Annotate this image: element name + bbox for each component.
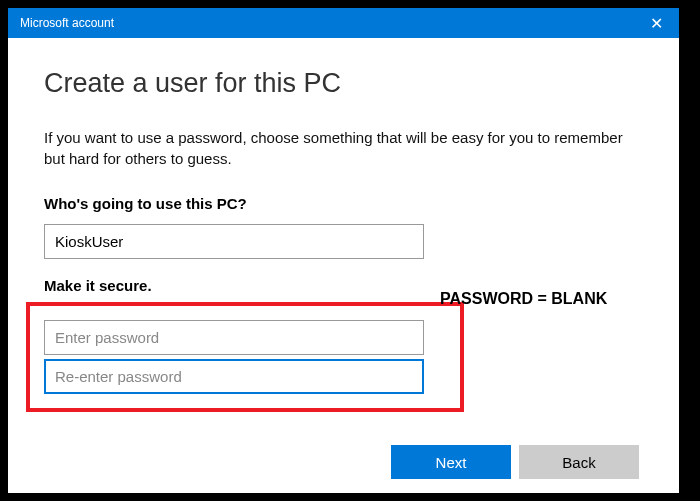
password-highlight-box bbox=[26, 302, 464, 412]
close-button[interactable]: ✕ bbox=[633, 8, 679, 38]
username-label: Who's going to use this PC? bbox=[44, 195, 643, 212]
button-row: Next Back bbox=[8, 445, 679, 479]
window-title: Microsoft account bbox=[20, 16, 114, 30]
page-title: Create a user for this PC bbox=[44, 68, 643, 99]
title-bar: Microsoft account ✕ bbox=[8, 8, 679, 38]
annotation-text: PASSWORD = BLANK bbox=[440, 290, 607, 308]
password-input[interactable] bbox=[44, 320, 424, 355]
back-button[interactable]: Back bbox=[519, 445, 639, 479]
next-button[interactable]: Next bbox=[391, 445, 511, 479]
username-input[interactable] bbox=[44, 224, 424, 259]
dialog-content: Create a user for this PC If you want to… bbox=[8, 38, 679, 412]
confirm-password-input[interactable] bbox=[44, 359, 424, 394]
dialog-window: Microsoft account ✕ Create a user for th… bbox=[8, 8, 679, 493]
close-icon: ✕ bbox=[650, 14, 663, 33]
page-description: If you want to use a password, choose so… bbox=[44, 127, 643, 169]
